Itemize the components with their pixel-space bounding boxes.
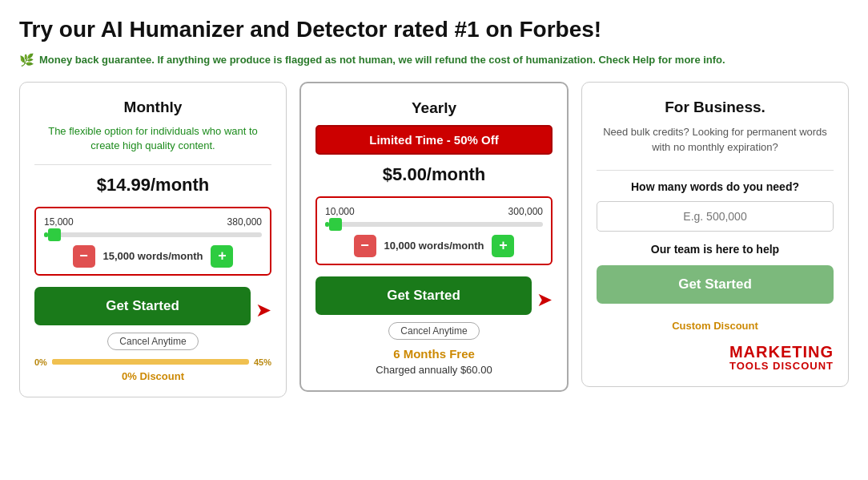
yearly-slider-controls: − 10,000 words/month +	[325, 235, 543, 257]
monthly-plus-button[interactable]: +	[211, 245, 233, 268]
monthly-card-subtitle: The flexible option for individuals who …	[34, 124, 271, 153]
guarantee-text: Money back guarantee. If anything we pro…	[39, 54, 725, 66]
monthly-card: Monthly The flexible option for individu…	[19, 82, 287, 397]
custom-discount-label: Custom Discount	[597, 320, 834, 332]
yearly-slider-box: 10,000 300,000 − 10,000 words/month +	[315, 196, 553, 265]
business-card-title: For Business.	[597, 99, 834, 116]
yearly-range-row: 10,000 300,000	[325, 206, 543, 217]
yearly-cancel: Cancel Anytime	[315, 323, 553, 337]
word-count-input[interactable]	[597, 201, 834, 232]
monthly-minus-button[interactable]: −	[73, 245, 95, 268]
how-many-label: How many words do you need?	[597, 180, 834, 193]
monthly-cancel: Cancel Anytime	[34, 333, 271, 348]
charged-annually-label: Charged annually $60.00	[315, 364, 553, 376]
business-card: For Business. Need bulk credits? Looking…	[581, 82, 849, 387]
yearly-get-started-button[interactable]: Get Started	[315, 276, 532, 315]
page-title: Try our AI Humanizer and Detector rated …	[19, 16, 849, 43]
yearly-plus-button[interactable]: +	[492, 235, 514, 257]
yearly-card: Yearly Limited Time - 50% Off $5.00/mont…	[299, 82, 569, 392]
monthly-words-label: 15,000 words/month	[103, 250, 203, 262]
monthly-slider-box: 15,000 380,000 − 15,000 words/month +	[34, 207, 271, 276]
monthly-btn-row: Get Started ➤	[34, 287, 271, 333]
monthly-price: $14.99/month	[34, 175, 271, 196]
yearly-words-label: 10,000 words/month	[384, 240, 484, 252]
yearly-btn-row: Get Started ➤	[315, 276, 553, 323]
marketing-logo-line2: TOOLS DISCOUNT	[597, 361, 834, 372]
yearly-slider-thumb[interactable]	[329, 218, 342, 231]
yearly-slider-track[interactable]	[325, 222, 543, 227]
monthly-discount-label: 0% Discount	[34, 370, 271, 382]
cards-row: Monthly The flexible option for individu…	[19, 82, 849, 397]
monthly-divider	[34, 164, 271, 165]
business-get-started-button[interactable]: Get Started	[597, 265, 834, 304]
marketing-logo: MARKETING TOOLS DISCOUNT	[597, 343, 834, 372]
monthly-card-title: Monthly	[34, 99, 271, 116]
marketing-logo-line1: MARKETING	[597, 343, 834, 361]
yearly-minus-button[interactable]: −	[354, 235, 376, 257]
monthly-discount-bar	[52, 359, 249, 365]
guarantee-bar: 🌿 Money back guarantee. If anything we p…	[19, 53, 849, 67]
monthly-discount-row: 0% 45%	[34, 357, 271, 367]
monthly-slider-controls: − 15,000 words/month +	[44, 245, 262, 268]
monthly-pct-right: 45%	[254, 357, 271, 367]
monthly-min: 15,000	[44, 216, 74, 228]
leaf-icon: 🌿	[19, 53, 34, 67]
yearly-card-title: Yearly	[315, 99, 553, 117]
monthly-discount-fill	[52, 359, 141, 365]
monthly-arrow-icon: ➤	[255, 299, 271, 321]
yearly-arrow-icon: ➤	[536, 288, 553, 311]
months-free-label: 6 Months Free	[315, 347, 553, 361]
yearly-min: 10,000	[325, 206, 355, 217]
monthly-max: 380,000	[227, 216, 262, 228]
yearly-max: 300,000	[508, 206, 543, 217]
monthly-slider-track[interactable]	[44, 232, 262, 237]
monthly-range-row: 15,000 380,000	[44, 216, 262, 228]
team-help-label: Our team is here to help	[597, 243, 834, 256]
yearly-limited-badge: Limited Time - 50% Off	[315, 125, 553, 155]
monthly-pct-left: 0%	[34, 357, 47, 367]
business-card-subtitle: Need bulk credits? Looking for permanent…	[597, 124, 834, 155]
monthly-get-started-button[interactable]: Get Started	[34, 287, 251, 325]
yearly-cancel-label: Cancel Anytime	[388, 322, 479, 340]
yearly-price: $5.00/month	[315, 164, 553, 185]
monthly-slider-thumb[interactable]	[48, 228, 61, 241]
monthly-cancel-label: Cancel Anytime	[107, 333, 198, 350]
business-divider	[597, 170, 834, 171]
